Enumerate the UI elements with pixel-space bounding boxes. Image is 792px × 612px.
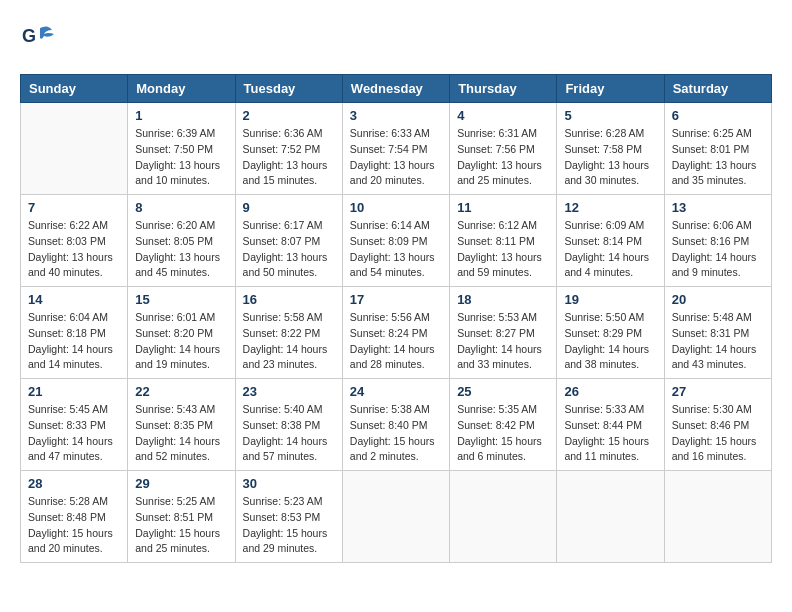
day-number: 17 bbox=[350, 292, 442, 307]
calendar-cell: 22Sunrise: 5:43 AMSunset: 8:35 PMDayligh… bbox=[128, 379, 235, 471]
calendar-cell: 10Sunrise: 6:14 AMSunset: 8:09 PMDayligh… bbox=[342, 195, 449, 287]
day-number: 7 bbox=[28, 200, 120, 215]
day-info: Sunrise: 6:04 AMSunset: 8:18 PMDaylight:… bbox=[28, 310, 120, 373]
day-header-monday: Monday bbox=[128, 75, 235, 103]
calendar-cell: 26Sunrise: 5:33 AMSunset: 8:44 PMDayligh… bbox=[557, 379, 664, 471]
day-info: Sunrise: 5:38 AMSunset: 8:40 PMDaylight:… bbox=[350, 402, 442, 465]
day-number: 6 bbox=[672, 108, 764, 123]
day-header-wednesday: Wednesday bbox=[342, 75, 449, 103]
calendar-cell: 30Sunrise: 5:23 AMSunset: 8:53 PMDayligh… bbox=[235, 471, 342, 563]
day-info: Sunrise: 5:23 AMSunset: 8:53 PMDaylight:… bbox=[243, 494, 335, 557]
day-number: 25 bbox=[457, 384, 549, 399]
calendar-week-row: 14Sunrise: 6:04 AMSunset: 8:18 PMDayligh… bbox=[21, 287, 772, 379]
day-number: 18 bbox=[457, 292, 549, 307]
day-number: 5 bbox=[564, 108, 656, 123]
calendar-week-row: 1Sunrise: 6:39 AMSunset: 7:50 PMDaylight… bbox=[21, 103, 772, 195]
calendar-cell: 28Sunrise: 5:28 AMSunset: 8:48 PMDayligh… bbox=[21, 471, 128, 563]
day-number: 1 bbox=[135, 108, 227, 123]
day-info: Sunrise: 6:09 AMSunset: 8:14 PMDaylight:… bbox=[564, 218, 656, 281]
calendar-cell: 5Sunrise: 6:28 AMSunset: 7:58 PMDaylight… bbox=[557, 103, 664, 195]
day-info: Sunrise: 5:50 AMSunset: 8:29 PMDaylight:… bbox=[564, 310, 656, 373]
calendar-cell bbox=[557, 471, 664, 563]
day-number: 9 bbox=[243, 200, 335, 215]
calendar-cell: 1Sunrise: 6:39 AMSunset: 7:50 PMDaylight… bbox=[128, 103, 235, 195]
calendar-cell: 25Sunrise: 5:35 AMSunset: 8:42 PMDayligh… bbox=[450, 379, 557, 471]
day-number: 11 bbox=[457, 200, 549, 215]
day-header-tuesday: Tuesday bbox=[235, 75, 342, 103]
day-number: 28 bbox=[28, 476, 120, 491]
page-header: G bbox=[20, 20, 772, 58]
calendar-cell bbox=[342, 471, 449, 563]
calendar-week-row: 7Sunrise: 6:22 AMSunset: 8:03 PMDaylight… bbox=[21, 195, 772, 287]
day-info: Sunrise: 5:53 AMSunset: 8:27 PMDaylight:… bbox=[457, 310, 549, 373]
calendar-cell: 29Sunrise: 5:25 AMSunset: 8:51 PMDayligh… bbox=[128, 471, 235, 563]
day-number: 20 bbox=[672, 292, 764, 307]
day-info: Sunrise: 6:17 AMSunset: 8:07 PMDaylight:… bbox=[243, 218, 335, 281]
calendar-cell bbox=[450, 471, 557, 563]
day-info: Sunrise: 6:01 AMSunset: 8:20 PMDaylight:… bbox=[135, 310, 227, 373]
calendar-cell: 23Sunrise: 5:40 AMSunset: 8:38 PMDayligh… bbox=[235, 379, 342, 471]
day-number: 8 bbox=[135, 200, 227, 215]
calendar-cell: 8Sunrise: 6:20 AMSunset: 8:05 PMDaylight… bbox=[128, 195, 235, 287]
day-number: 22 bbox=[135, 384, 227, 399]
calendar-cell: 17Sunrise: 5:56 AMSunset: 8:24 PMDayligh… bbox=[342, 287, 449, 379]
day-info: Sunrise: 6:22 AMSunset: 8:03 PMDaylight:… bbox=[28, 218, 120, 281]
day-number: 29 bbox=[135, 476, 227, 491]
day-info: Sunrise: 6:39 AMSunset: 7:50 PMDaylight:… bbox=[135, 126, 227, 189]
day-number: 12 bbox=[564, 200, 656, 215]
day-number: 15 bbox=[135, 292, 227, 307]
day-info: Sunrise: 6:12 AMSunset: 8:11 PMDaylight:… bbox=[457, 218, 549, 281]
calendar-cell: 9Sunrise: 6:17 AMSunset: 8:07 PMDaylight… bbox=[235, 195, 342, 287]
calendar-week-row: 28Sunrise: 5:28 AMSunset: 8:48 PMDayligh… bbox=[21, 471, 772, 563]
logo-icon: G bbox=[20, 20, 58, 58]
calendar-cell: 27Sunrise: 5:30 AMSunset: 8:46 PMDayligh… bbox=[664, 379, 771, 471]
day-number: 23 bbox=[243, 384, 335, 399]
day-number: 27 bbox=[672, 384, 764, 399]
day-info: Sunrise: 5:28 AMSunset: 8:48 PMDaylight:… bbox=[28, 494, 120, 557]
calendar-cell: 19Sunrise: 5:50 AMSunset: 8:29 PMDayligh… bbox=[557, 287, 664, 379]
day-header-saturday: Saturday bbox=[664, 75, 771, 103]
day-info: Sunrise: 5:35 AMSunset: 8:42 PMDaylight:… bbox=[457, 402, 549, 465]
day-info: Sunrise: 5:43 AMSunset: 8:35 PMDaylight:… bbox=[135, 402, 227, 465]
day-header-friday: Friday bbox=[557, 75, 664, 103]
day-header-sunday: Sunday bbox=[21, 75, 128, 103]
day-info: Sunrise: 5:40 AMSunset: 8:38 PMDaylight:… bbox=[243, 402, 335, 465]
day-info: Sunrise: 6:36 AMSunset: 7:52 PMDaylight:… bbox=[243, 126, 335, 189]
calendar-cell: 11Sunrise: 6:12 AMSunset: 8:11 PMDayligh… bbox=[450, 195, 557, 287]
day-info: Sunrise: 6:14 AMSunset: 8:09 PMDaylight:… bbox=[350, 218, 442, 281]
day-info: Sunrise: 6:33 AMSunset: 7:54 PMDaylight:… bbox=[350, 126, 442, 189]
calendar-cell: 7Sunrise: 6:22 AMSunset: 8:03 PMDaylight… bbox=[21, 195, 128, 287]
calendar-cell: 16Sunrise: 5:58 AMSunset: 8:22 PMDayligh… bbox=[235, 287, 342, 379]
day-info: Sunrise: 6:28 AMSunset: 7:58 PMDaylight:… bbox=[564, 126, 656, 189]
calendar-cell: 13Sunrise: 6:06 AMSunset: 8:16 PMDayligh… bbox=[664, 195, 771, 287]
day-info: Sunrise: 5:33 AMSunset: 8:44 PMDaylight:… bbox=[564, 402, 656, 465]
calendar-cell: 3Sunrise: 6:33 AMSunset: 7:54 PMDaylight… bbox=[342, 103, 449, 195]
calendar-header-row: SundayMondayTuesdayWednesdayThursdayFrid… bbox=[21, 75, 772, 103]
day-number: 21 bbox=[28, 384, 120, 399]
calendar-cell: 20Sunrise: 5:48 AMSunset: 8:31 PMDayligh… bbox=[664, 287, 771, 379]
calendar-table: SundayMondayTuesdayWednesdayThursdayFrid… bbox=[20, 74, 772, 563]
calendar-cell bbox=[664, 471, 771, 563]
day-info: Sunrise: 6:25 AMSunset: 8:01 PMDaylight:… bbox=[672, 126, 764, 189]
day-info: Sunrise: 5:30 AMSunset: 8:46 PMDaylight:… bbox=[672, 402, 764, 465]
calendar-cell: 21Sunrise: 5:45 AMSunset: 8:33 PMDayligh… bbox=[21, 379, 128, 471]
day-number: 13 bbox=[672, 200, 764, 215]
day-number: 2 bbox=[243, 108, 335, 123]
day-info: Sunrise: 5:56 AMSunset: 8:24 PMDaylight:… bbox=[350, 310, 442, 373]
day-number: 30 bbox=[243, 476, 335, 491]
calendar-cell: 2Sunrise: 6:36 AMSunset: 7:52 PMDaylight… bbox=[235, 103, 342, 195]
day-header-thursday: Thursday bbox=[450, 75, 557, 103]
day-number: 24 bbox=[350, 384, 442, 399]
day-info: Sunrise: 5:58 AMSunset: 8:22 PMDaylight:… bbox=[243, 310, 335, 373]
calendar-cell: 15Sunrise: 6:01 AMSunset: 8:20 PMDayligh… bbox=[128, 287, 235, 379]
calendar-week-row: 21Sunrise: 5:45 AMSunset: 8:33 PMDayligh… bbox=[21, 379, 772, 471]
day-info: Sunrise: 5:45 AMSunset: 8:33 PMDaylight:… bbox=[28, 402, 120, 465]
day-number: 10 bbox=[350, 200, 442, 215]
calendar-cell: 6Sunrise: 6:25 AMSunset: 8:01 PMDaylight… bbox=[664, 103, 771, 195]
calendar-cell bbox=[21, 103, 128, 195]
calendar-cell: 12Sunrise: 6:09 AMSunset: 8:14 PMDayligh… bbox=[557, 195, 664, 287]
day-info: Sunrise: 6:20 AMSunset: 8:05 PMDaylight:… bbox=[135, 218, 227, 281]
day-number: 4 bbox=[457, 108, 549, 123]
day-info: Sunrise: 5:48 AMSunset: 8:31 PMDaylight:… bbox=[672, 310, 764, 373]
calendar-cell: 18Sunrise: 5:53 AMSunset: 8:27 PMDayligh… bbox=[450, 287, 557, 379]
